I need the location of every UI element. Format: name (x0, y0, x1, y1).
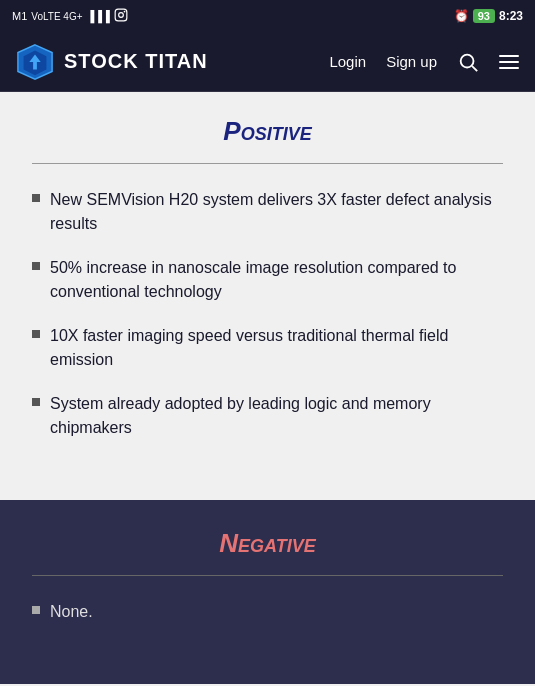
main-content: Positive New SEMVision H20 system delive… (0, 92, 535, 686)
svg-point-2 (124, 11, 126, 13)
positive-section: Positive New SEMVision H20 system delive… (0, 92, 535, 500)
positive-title: Positive (32, 116, 503, 147)
network-label: VoLTE 4G+ (31, 11, 82, 22)
logo-text: STOCK TITAN (64, 50, 208, 73)
positive-list: New SEMVision H20 system delivers 3X fas… (32, 188, 503, 440)
bullet-icon (32, 398, 40, 406)
search-icon[interactable] (457, 51, 479, 73)
logo-container: STOCK TITAN (16, 43, 329, 81)
signup-link[interactable]: Sign up (386, 53, 437, 70)
list-item: 50% increase in nanoscale image resoluti… (32, 256, 503, 304)
negative-divider (32, 575, 503, 576)
alarm-icon: ⏰ (454, 9, 469, 23)
negative-section: Negative None. (0, 500, 535, 684)
list-item: 10X faster imaging speed versus traditio… (32, 324, 503, 372)
list-item: New SEMVision H20 system delivers 3X fas… (32, 188, 503, 236)
menu-icon[interactable] (499, 55, 519, 69)
login-link[interactable]: Login (329, 53, 366, 70)
list-item: System already adopted by leading logic … (32, 392, 503, 440)
bullet-icon (32, 606, 40, 614)
signal-icon: ▐▐▐ (87, 10, 110, 22)
svg-line-6 (472, 66, 477, 71)
carrier-label: M1 (12, 10, 27, 22)
negative-title: Negative (32, 528, 503, 559)
hamburger-line-3 (499, 67, 519, 69)
bullet-icon (32, 262, 40, 270)
instagram-icon (114, 8, 128, 24)
nav-links: Login Sign up (329, 51, 519, 73)
negative-list: None. (32, 600, 503, 624)
bullet-icon (32, 330, 40, 338)
hamburger-line-1 (499, 55, 519, 57)
svg-point-1 (119, 13, 124, 18)
bullet-icon (32, 194, 40, 202)
list-item: None. (32, 600, 503, 624)
navbar: STOCK TITAN Login Sign up (0, 32, 535, 92)
time-display: 8:23 (499, 9, 523, 23)
battery-indicator: 93 (473, 9, 495, 23)
status-bar: M1 VoLTE 4G+ ▐▐▐ ⏰ 93 8:23 (0, 0, 535, 32)
hamburger-line-2 (499, 61, 519, 63)
status-right: ⏰ 93 8:23 (454, 9, 523, 23)
status-left: M1 VoLTE 4G+ ▐▐▐ (12, 8, 128, 24)
svg-point-5 (461, 54, 474, 67)
positive-divider (32, 163, 503, 164)
logo-icon (16, 43, 54, 81)
